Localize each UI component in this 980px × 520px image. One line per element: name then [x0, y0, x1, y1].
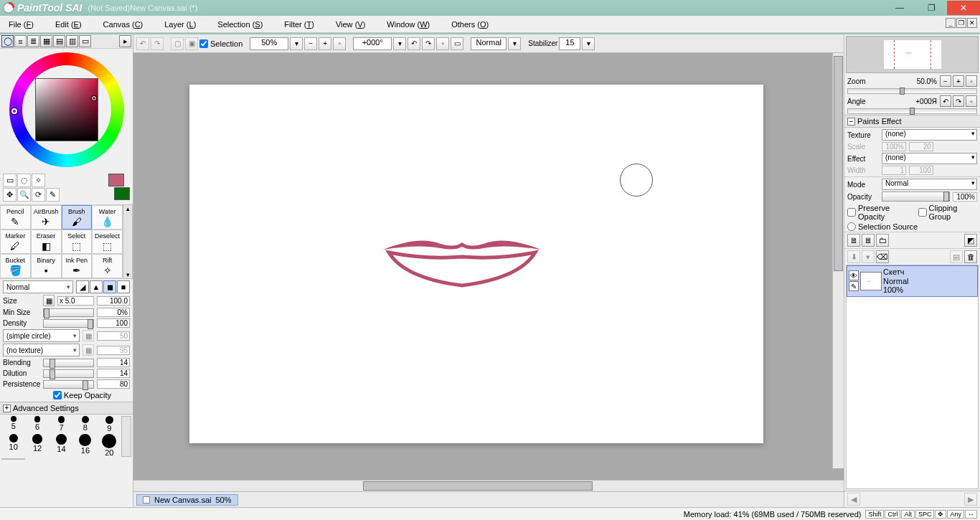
zoom-input[interactable]: 50%: [250, 37, 288, 50]
flip-button[interactable]: ▭: [451, 37, 463, 50]
brush-blendmode-dropdown[interactable]: Normal: [3, 280, 73, 293]
brush-tool-binary[interactable]: Binary▪: [31, 254, 62, 278]
brush-tool-inkpen[interactable]: Ink Pen✒: [62, 254, 93, 278]
layer-visibility-toggle[interactable]: 👁: [849, 270, 859, 280]
size-popup-button[interactable]: ▦: [43, 295, 55, 306]
new-layer-button[interactable]: 🗎: [847, 234, 860, 247]
fg-color-swatch[interactable]: [108, 174, 124, 186]
menu-window[interactable]: Window (W): [382, 19, 434, 30]
horizontal-scrollbar[interactable]: [133, 480, 844, 491]
color-wheel-mode-button[interactable]: ◯: [1, 35, 14, 47]
deselect-button[interactable]: ▢: [171, 37, 184, 50]
nav-zoom-out-button[interactable]: −: [940, 75, 951, 87]
menu-layer[interactable]: Layer (L): [160, 19, 200, 30]
show-selection-checkbox[interactable]: [199, 39, 208, 48]
edge-shape-4[interactable]: ■: [117, 280, 130, 293]
minsize-value[interactable]: 0%: [97, 308, 130, 317]
size-scrollbar[interactable]: [1, 458, 25, 460]
tool-zoom[interactable]: 🔍: [17, 188, 31, 202]
fx-texture-dropdown[interactable]: (none): [882, 129, 977, 141]
stabilizer-value[interactable]: 15: [559, 37, 580, 50]
mode-dropdown-button[interactable]: ▾: [508, 37, 521, 50]
color-grid2-button[interactable]: ▤: [53, 35, 65, 47]
menu-filter[interactable]: Filter (T): [280, 19, 319, 30]
brush-tool-select[interactable]: Select⬚: [62, 230, 93, 254]
density-value[interactable]: 100: [97, 318, 130, 328]
menu-canvas[interactable]: Canvas (C): [99, 19, 148, 30]
edge-shape-2[interactable]: ▲: [90, 280, 103, 293]
mdi-minimize-button[interactable]: _: [946, 18, 956, 28]
edge-shape-1[interactable]: ◢: [76, 280, 89, 293]
brush-size-12[interactable]: 12: [25, 434, 49, 457]
menu-file[interactable]: File (F): [4, 19, 38, 30]
menu-edit[interactable]: Edit (E): [51, 19, 86, 30]
rotate-ccw-button[interactable]: ↶: [407, 37, 420, 50]
zoom-out-button[interactable]: −: [304, 37, 317, 50]
size-scrollbar[interactable]: [121, 416, 131, 457]
window-maximize-button[interactable]: ❐: [915, 1, 947, 15]
new-linework-button[interactable]: 🗏: [862, 234, 875, 247]
color-wheel[interactable]: [0, 49, 133, 171]
brush-size-10[interactable]: 10: [1, 434, 25, 457]
menu-view[interactable]: View (V): [331, 19, 369, 30]
brush-shape-dropdown[interactable]: (simple circle): [3, 329, 80, 342]
color-collapse-button[interactable]: ▸: [119, 35, 131, 47]
layer-list[interactable]: 👁 ✎ 〰 Скетч Normal 100%: [846, 265, 979, 489]
layer-item[interactable]: 👁 ✎ 〰 Скетч Normal 100%: [847, 265, 978, 297]
layer-mode-dropdown[interactable]: Normal: [882, 179, 977, 190]
minsize-slider[interactable]: [43, 308, 94, 317]
navigator[interactable]: 〰: [846, 36, 979, 73]
mdi-close-button[interactable]: ✕: [967, 18, 977, 28]
brush-tool-rift[interactable]: Rift✧: [92, 254, 123, 278]
paints-effect-header[interactable]: − Paints Effect: [844, 115, 980, 128]
keep-opacity-checkbox[interactable]: [53, 391, 62, 400]
layer-mask-button[interactable]: ◩: [964, 234, 977, 247]
sv-cursor[interactable]: [92, 96, 96, 100]
blending-slider[interactable]: [43, 359, 94, 367]
zoom-fit-button[interactable]: ▫: [333, 37, 346, 50]
brush-tool-bucket[interactable]: Bucket🪣: [0, 254, 31, 278]
canvas-viewport[interactable]: [133, 53, 844, 480]
stabilizer-dropdown-button[interactable]: ▾: [582, 37, 595, 50]
color-bars2-button[interactable]: ≣: [27, 35, 39, 47]
angle-dropdown-button[interactable]: ▾: [393, 37, 406, 50]
nav-zoom-in-button[interactable]: +: [953, 75, 964, 87]
brush-grid-scrollbar[interactable]: ▴▾: [123, 204, 133, 279]
brush-size-5[interactable]: 5: [1, 416, 25, 432]
density-slider[interactable]: [43, 319, 94, 328]
nav-rot-ccw-button[interactable]: ↶: [940, 95, 951, 107]
canvas[interactable]: [189, 85, 763, 443]
clipping-group-checkbox[interactable]: [918, 208, 927, 217]
layer-opacity-value[interactable]: 100%: [953, 192, 977, 202]
color-grid3-button[interactable]: ▥: [66, 35, 78, 47]
dilution-slider[interactable]: [43, 369, 94, 378]
brush-size-8[interactable]: 8: [73, 416, 97, 432]
brush-size-7[interactable]: 7: [50, 416, 73, 432]
sv-square[interactable]: [35, 78, 98, 141]
brush-size-9[interactable]: 9: [98, 416, 121, 432]
selection-source-radio[interactable]: [847, 222, 856, 231]
brush-size-14[interactable]: 14: [50, 434, 73, 457]
invert-sel-button[interactable]: ▣: [185, 37, 198, 50]
brush-size-6[interactable]: 6: [25, 416, 49, 432]
nav-angle-slider[interactable]: [847, 108, 977, 114]
vertical-scrollbar[interactable]: [832, 53, 844, 468]
preserve-opacity-checkbox[interactable]: [847, 208, 856, 217]
menu-others[interactable]: Others (O): [447, 19, 493, 30]
document-tab[interactable]: New Canvas.sai 50%: [136, 494, 238, 506]
brush-tool-eraser[interactable]: Eraser◧: [31, 230, 62, 254]
angle-input[interactable]: +000°: [353, 37, 392, 50]
mdi-restore-button[interactable]: ❐: [956, 18, 966, 28]
persistence-value[interactable]: 80: [97, 379, 130, 389]
bg-color-swatch[interactable]: [114, 187, 130, 200]
brush-texture-dropdown[interactable]: (no texture): [3, 344, 80, 356]
size-value[interactable]: 100.0: [97, 296, 130, 306]
nav-zoom-slider[interactable]: [847, 88, 977, 94]
brush-size-16[interactable]: 16: [73, 434, 97, 457]
tool-lasso[interactable]: ◌: [17, 174, 31, 187]
nav-rot-cw-button[interactable]: ↷: [953, 95, 964, 107]
edge-shape-3[interactable]: ◼: [103, 280, 116, 293]
layer-opacity-slider[interactable]: [882, 192, 950, 202]
tool-rect-select[interactable]: ▭: [3, 174, 17, 187]
blending-value[interactable]: 14: [97, 358, 130, 367]
